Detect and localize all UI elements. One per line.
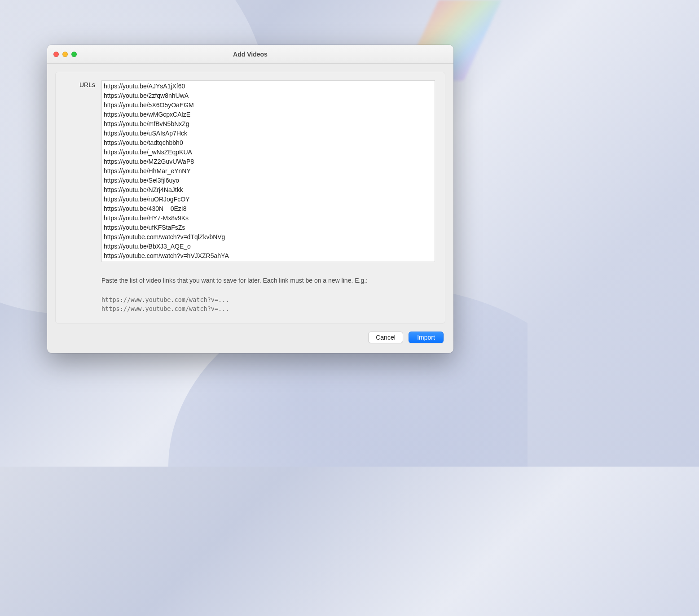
close-icon[interactable] [53, 52, 59, 57]
button-row: Cancel Import [55, 332, 445, 343]
window-title: Add Videos [47, 51, 453, 58]
window-titlebar[interactable]: Add Videos [47, 45, 453, 64]
form-panel: URLs Paste the list of video links that … [55, 72, 445, 323]
window-body: URLs Paste the list of video links that … [47, 64, 453, 353]
urls-textarea[interactable] [101, 80, 435, 262]
cancel-button[interactable]: Cancel [368, 332, 403, 343]
add-videos-window: Add Videos URLs Paste the list of video … [47, 45, 453, 353]
maximize-icon[interactable] [71, 52, 77, 57]
help-text: Paste the list of video links that you w… [101, 275, 435, 285]
urls-row: URLs Paste the list of video links that … [66, 80, 435, 313]
minimize-icon[interactable] [62, 52, 68, 57]
import-button[interactable]: Import [409, 332, 444, 343]
example-block: https://www.youtube.com/watch?v=... http… [101, 295, 435, 313]
urls-content: Paste the list of video links that you w… [101, 80, 435, 313]
urls-label: URLs [66, 80, 95, 88]
window-controls [53, 52, 77, 57]
